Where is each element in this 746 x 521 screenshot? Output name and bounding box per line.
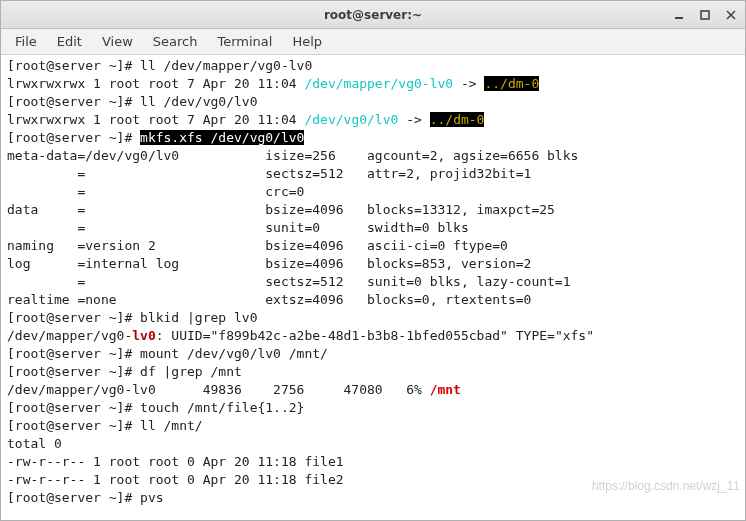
term-line: meta-data=/dev/vg0/lv0 isize=256 agcount… xyxy=(7,148,578,163)
term-line: [root@server ~]# touch /mnt/file{1..2} xyxy=(7,400,304,415)
svg-rect-1 xyxy=(701,11,709,19)
term-line: /dev/mapper/vg0-lv0 49836 2756 47080 6% … xyxy=(7,382,461,397)
close-button[interactable] xyxy=(722,6,740,24)
terminal-window: root@server:~ File Edit View Search Term… xyxy=(0,0,746,521)
window-title: root@server:~ xyxy=(1,8,745,22)
term-line: -rw-r--r-- 1 root root 0 Apr 20 11:18 fi… xyxy=(7,472,344,487)
term-line: [root@server ~]# ll /dev/vg0/lv0 xyxy=(7,94,257,109)
term-line: data = bsize=4096 blocks=13312, imaxpct=… xyxy=(7,202,555,217)
term-line: [root@server ~]# mount /dev/vg0/lv0 /mnt… xyxy=(7,346,328,361)
term-line: total 0 xyxy=(7,436,62,451)
term-line: = sunit=0 swidth=0 blks xyxy=(7,220,469,235)
grep-match: lv0 xyxy=(132,328,155,343)
menu-edit[interactable]: Edit xyxy=(49,31,90,52)
maximize-button[interactable] xyxy=(696,6,714,24)
term-line: lrwxrwxrwx 1 root root 7 Apr 20 11:04 /d… xyxy=(7,112,484,127)
svg-rect-0 xyxy=(675,17,683,19)
highlighted-command: mkfs.xfs /dev/vg0/lv0 xyxy=(140,130,304,145)
term-line: [root@server ~]# pvs xyxy=(7,490,164,505)
term-line: [root@server ~]# ll /mnt/ xyxy=(7,418,203,433)
term-line: log =internal log bsize=4096 blocks=853,… xyxy=(7,256,531,271)
grep-match: /mnt xyxy=(430,382,461,397)
term-line: [root@server ~]# df |grep /mnt xyxy=(7,364,242,379)
menu-file[interactable]: File xyxy=(7,31,45,52)
term-line: lrwxrwxrwx 1 root root 7 Apr 20 11:04 /d… xyxy=(7,76,539,91)
menu-help[interactable]: Help xyxy=(284,31,330,52)
symlink-target: ../dm-0 xyxy=(430,112,485,127)
symlink-path: /dev/mapper/vg0-lv0 xyxy=(304,76,453,91)
menu-view[interactable]: View xyxy=(94,31,141,52)
symlink-path: /dev/vg0/lv0 xyxy=(304,112,398,127)
term-line: -rw-r--r-- 1 root root 0 Apr 20 11:18 fi… xyxy=(7,454,344,469)
menu-search[interactable]: Search xyxy=(145,31,206,52)
term-line: /dev/mapper/vg0-lv0: UUID="f899b42c-a2be… xyxy=(7,328,594,343)
term-line: naming =version 2 bsize=4096 ascii-ci=0 … xyxy=(7,238,508,253)
term-line: [root@server ~]# ll /dev/mapper/vg0-lv0 xyxy=(7,58,312,73)
symlink-target: ../dm-0 xyxy=(484,76,539,91)
term-line: realtime =none extsz=4096 blocks=0, rtex… xyxy=(7,292,531,307)
menu-terminal[interactable]: Terminal xyxy=(209,31,280,52)
term-line: = crc=0 xyxy=(7,184,304,199)
terminal-content[interactable]: [root@server ~]# ll /dev/mapper/vg0-lv0 … xyxy=(1,55,745,520)
menubar: File Edit View Search Terminal Help xyxy=(1,29,745,55)
titlebar: root@server:~ xyxy=(1,1,745,29)
term-line: = sectsz=512 attr=2, projid32bit=1 xyxy=(7,166,531,181)
minimize-button[interactable] xyxy=(670,6,688,24)
term-line: [root@server ~]# blkid |grep lv0 xyxy=(7,310,257,325)
window-buttons xyxy=(670,6,740,24)
term-line: [root@server ~]# mkfs.xfs /dev/vg0/lv0 xyxy=(7,130,304,145)
term-line: = sectsz=512 sunit=0 blks, lazy-count=1 xyxy=(7,274,571,289)
